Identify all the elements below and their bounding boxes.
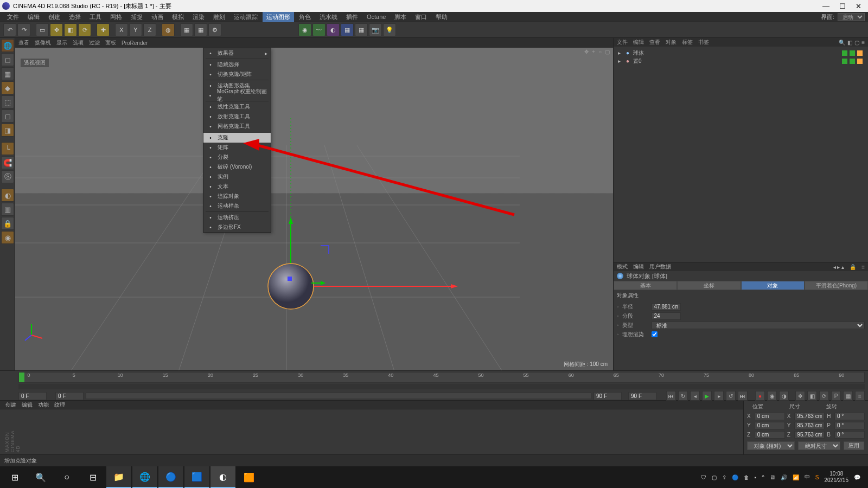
move-tool[interactable]: ✥	[50, 23, 63, 36]
tray-app-icon[interactable]: ▢	[712, 474, 717, 480]
tray-gpu-icon[interactable]: ▪	[755, 474, 757, 480]
tray-usb-icon[interactable]: ⇪	[722, 474, 726, 480]
bottom-tab[interactable]: 纹理	[54, 401, 65, 409]
tree-row[interactable]: ▸●置0	[616, 57, 866, 65]
key-pla-button[interactable]: ▦	[843, 391, 853, 401]
dropdown-item[interactable]: •分裂	[203, 152, 271, 162]
menu-4[interactable]: 工具	[86, 12, 105, 22]
tray-ime-icon[interactable]: 中	[805, 473, 810, 481]
tag-icon[interactable]	[857, 59, 863, 64]
tray-bin-icon[interactable]: 🗑	[744, 474, 749, 480]
dropdown-item[interactable]: •隐藏选择	[203, 60, 271, 69]
material-manager[interactable]	[0, 409, 743, 454]
notifications-button[interactable]: 💬	[854, 474, 860, 480]
menu-7[interactable]: 动画	[148, 12, 167, 22]
key-rot-button[interactable]: ⟳	[819, 391, 829, 401]
dropdown-item[interactable]: •克隆	[203, 133, 271, 143]
menu-3[interactable]: 选择	[65, 12, 85, 22]
om-tab[interactable]: 对象	[666, 38, 676, 46]
deformer-button[interactable]: ▦	[341, 23, 354, 36]
c4d-taskbar-icon[interactable]: ◐	[210, 466, 235, 488]
menu-9[interactable]: 渲染	[189, 12, 208, 22]
menu-12[interactable]: 运动图形	[263, 12, 294, 22]
timeline-scrollbar[interactable]	[18, 384, 865, 389]
dropdown-item[interactable]: •效果器▸	[203, 48, 271, 58]
tray-sogou-icon[interactable]: S	[815, 474, 819, 480]
prev-frame-button[interactable]: ◂	[690, 391, 700, 401]
dropdown-item[interactable]: •线性克隆工具	[203, 102, 271, 112]
close-button[interactable]: ✕	[856, 2, 861, 10]
vis-editor-icon[interactable]	[842, 50, 847, 56]
coord-rot-input[interactable]	[834, 413, 865, 420]
tree-row[interactable]: ▸●球体	[616, 49, 866, 57]
explorer-taskbar-icon[interactable]: 📁	[106, 466, 131, 488]
tree-expand-icon[interactable]: ▸	[616, 58, 622, 65]
timeline-end-field[interactable]	[628, 392, 656, 400]
menu-5[interactable]: 网格	[106, 12, 126, 22]
menu-18[interactable]: 窗口	[411, 12, 431, 22]
om-tab[interactable]: 书签	[698, 38, 709, 46]
attr-subtab[interactable]: 平滑着色(Phong)	[805, 281, 868, 290]
coord-pos-input[interactable]	[755, 431, 785, 439]
om-tab[interactable]: 文件	[617, 38, 628, 46]
bottom-tab[interactable]: 功能	[38, 401, 49, 409]
dropdown-item[interactable]: •文本	[203, 182, 271, 191]
menu-16[interactable]: Octane	[363, 12, 390, 21]
dropdown-item[interactable]: •网格克隆工具	[203, 121, 271, 131]
coord-pos-input[interactable]	[755, 413, 785, 420]
scale-tool[interactable]: ◧	[64, 23, 77, 36]
x-axis-lock[interactable]: X	[115, 23, 128, 36]
tray-shield-icon[interactable]: 🛡	[701, 474, 706, 480]
minimize-button[interactable]: —	[822, 2, 829, 10]
dropdown-item[interactable]: •切换克隆/矩阵	[203, 69, 271, 79]
object-mode-button[interactable]: ◻	[1, 53, 14, 66]
rotate-tool[interactable]: ⟳	[78, 23, 91, 36]
app3-taskbar-icon[interactable]: 🟧	[237, 466, 261, 488]
coord-mode1-select[interactable]: 对象 (相对)	[747, 441, 795, 450]
dropdown-item[interactable]: •运动挤压	[203, 213, 271, 222]
taskbar-clock[interactable]: 10:08 2021/2/15	[825, 471, 849, 484]
attr-select[interactable]: 标准	[652, 322, 865, 329]
key-menu-button[interactable]: ≡	[855, 391, 865, 401]
point-mode-button[interactable]: ⬚	[1, 95, 14, 108]
menu-11[interactable]: 运动跟踪	[230, 12, 261, 22]
bottom-tab[interactable]: 创建	[5, 401, 16, 409]
dropdown-item[interactable]: •多边形FX	[203, 222, 271, 232]
attr-lock-icon[interactable]: 🔒	[850, 264, 856, 270]
dropdown-item[interactable]: •追踪对象	[203, 191, 271, 201]
render-view-button[interactable]: ▦	[180, 23, 193, 36]
y-axis-lock[interactable]: Y	[129, 23, 142, 36]
attr-checkbox[interactable]	[652, 331, 658, 337]
coord-rot-input[interactable]	[834, 422, 865, 429]
timeline-cur-end-field[interactable]	[593, 392, 622, 400]
menu-2[interactable]: 创建	[44, 12, 64, 22]
coord-mode2-select[interactable]: 绝对尺寸	[798, 441, 840, 450]
vp-menu-item[interactable]: 显示	[56, 39, 67, 47]
om-tab[interactable]: 查看	[649, 38, 660, 46]
object-tree[interactable]: ▸●球体▸●置0	[614, 47, 868, 262]
tray-bt-icon[interactable]: 🔵	[732, 474, 738, 480]
select-tool[interactable]: ▭	[36, 23, 49, 36]
workspace-button[interactable]: ◐	[1, 189, 14, 202]
coord-rot-input[interactable]	[834, 431, 865, 439]
app2-taskbar-icon[interactable]: 🟦	[184, 466, 209, 488]
timeline-ruler[interactable]: 051015202530354045505560657075808590	[18, 372, 865, 383]
visibility-button[interactable]: ◉	[1, 231, 14, 244]
z-axis-lock[interactable]: Z	[143, 23, 156, 36]
browser-taskbar-icon[interactable]: 🌐	[132, 466, 157, 488]
vp-menu-item[interactable]: 查看	[18, 39, 29, 47]
om-tab[interactable]: 编辑	[633, 38, 644, 46]
dropdown-item[interactable]: •矩阵	[203, 143, 271, 152]
recent-tool[interactable]: ✚	[97, 23, 110, 36]
menu-17[interactable]: 脚本	[391, 12, 410, 22]
search-button[interactable]: 🔍	[28, 466, 53, 488]
coord-system-button[interactable]: ◍	[162, 23, 175, 36]
dropdown-item[interactable]: •运动样条	[203, 201, 271, 211]
timeline-cur-start-field[interactable]	[55, 392, 84, 400]
maximize-button[interactable]: ☐	[839, 2, 846, 10]
record-button[interactable]: ●	[755, 391, 765, 401]
attr-subtab[interactable]: 坐标	[677, 281, 741, 290]
dropdown-item[interactable]: •MoGraph权重绘制画笔	[203, 91, 271, 100]
om-tab[interactable]: 标签	[682, 38, 693, 46]
menu-15[interactable]: 插件	[342, 12, 362, 22]
